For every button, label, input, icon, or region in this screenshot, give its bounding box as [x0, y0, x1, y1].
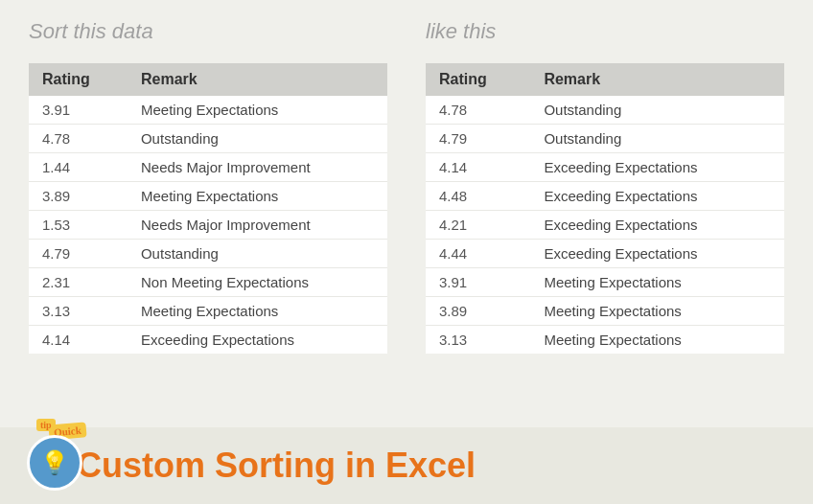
rating-cell: 4.78	[29, 125, 128, 153]
remark-cell: Non Meeting Expectations	[128, 268, 387, 297]
rating-cell: 4.44	[426, 240, 530, 268]
table-row: 3.13Meeting Expectations	[29, 297, 387, 326]
table-row: 3.91Meeting Expectations	[29, 96, 387, 125]
rating-cell: 4.21	[426, 211, 530, 240]
rating-cell: 4.78	[426, 96, 530, 125]
rating-cell: 4.79	[426, 125, 530, 153]
table-row: 4.79Outstanding	[29, 240, 387, 268]
table-row: 1.44Needs Major Improvement	[29, 153, 387, 182]
remark-cell: Meeting Expectations	[530, 297, 784, 326]
remark-cell: Outstanding	[530, 96, 784, 125]
table-row: 4.78Outstanding	[29, 125, 387, 153]
left-col-rating: Rating	[29, 63, 128, 96]
rating-cell: 1.53	[29, 211, 128, 240]
rating-cell: 3.91	[426, 268, 530, 297]
table-row: 4.78Outstanding	[426, 96, 784, 125]
tip-circle: 💡	[27, 435, 82, 491]
remark-cell: Meeting Expectations	[128, 182, 387, 211]
table-row: 1.53Needs Major Improvement	[29, 211, 387, 240]
table-row: 3.13Meeting Expectations	[426, 326, 784, 355]
rating-cell: 3.13	[29, 297, 128, 326]
table-row: 4.79Outstanding	[426, 125, 784, 153]
remark-cell: Outstanding	[530, 125, 784, 153]
table-row: 4.14Exceeding Expectations	[426, 153, 784, 182]
remark-cell: Exceeding Expectations	[530, 211, 784, 240]
banner-title: Custom Sorting in Excel	[77, 446, 476, 486]
table-row: 4.44Exceeding Expectations	[426, 240, 784, 268]
rating-cell: 1.44	[29, 153, 128, 182]
remark-cell: Needs Major Improvement	[128, 211, 387, 240]
remark-cell: Meeting Expectations	[128, 96, 387, 125]
remark-cell: Exceeding Expectations	[530, 240, 784, 268]
remark-cell: Exceeding Expectations	[530, 182, 784, 211]
tip-label: tip	[36, 419, 56, 431]
right-table-section: Rating Remark 4.78Outstanding4.79Outstan…	[426, 63, 784, 354]
right-col-remark: Remark	[530, 63, 784, 96]
remark-cell: Exceeding Expectations	[530, 153, 784, 182]
quick-tip-icon: Quick 💡 tip	[19, 424, 86, 491]
main-container: Sort this data like this Rating Remark 3…	[0, 0, 813, 504]
lightbulb-icon: 💡	[40, 449, 69, 476]
right-title: like this	[426, 19, 784, 44]
left-table: Rating Remark 3.91Meeting Expectations4.…	[29, 63, 387, 354]
rating-cell: 3.89	[29, 182, 128, 211]
right-table: Rating Remark 4.78Outstanding4.79Outstan…	[426, 63, 784, 354]
rating-cell: 4.14	[29, 326, 128, 355]
table-row: 4.48Exceeding Expectations	[426, 182, 784, 211]
rating-cell: 4.79	[29, 240, 128, 268]
remark-cell: Outstanding	[128, 240, 387, 268]
table-row: 3.89Meeting Expectations	[29, 182, 387, 211]
remark-cell: Outstanding	[128, 125, 387, 153]
table-row: 4.21Exceeding Expectations	[426, 211, 784, 240]
rating-cell: 4.48	[426, 182, 530, 211]
left-table-section: Rating Remark 3.91Meeting Expectations4.…	[29, 63, 387, 354]
left-col-remark: Remark	[128, 63, 387, 96]
rating-cell: 3.13	[426, 326, 530, 355]
rating-cell: 3.89	[426, 297, 530, 326]
bottom-banner: Quick 💡 tip Custom Sorting in Excel	[0, 427, 813, 504]
table-row: 4.14Exceeding Expectations	[29, 326, 387, 355]
right-col-rating: Rating	[426, 63, 530, 96]
table-row: 3.91Meeting Expectations	[426, 268, 784, 297]
remark-cell: Meeting Expectations	[530, 326, 784, 355]
remark-cell: Exceeding Expectations	[128, 326, 387, 355]
rating-cell: 4.14	[426, 153, 530, 182]
rating-cell: 3.91	[29, 96, 128, 125]
remark-cell: Meeting Expectations	[128, 297, 387, 326]
tables-container: Rating Remark 3.91Meeting Expectations4.…	[29, 63, 784, 354]
table-row: 3.89Meeting Expectations	[426, 297, 784, 326]
remark-cell: Needs Major Improvement	[128, 153, 387, 182]
table-row: 2.31Non Meeting Expectations	[29, 268, 387, 297]
rating-cell: 2.31	[29, 268, 128, 297]
left-title: Sort this data	[29, 19, 387, 44]
remark-cell: Meeting Expectations	[530, 268, 784, 297]
